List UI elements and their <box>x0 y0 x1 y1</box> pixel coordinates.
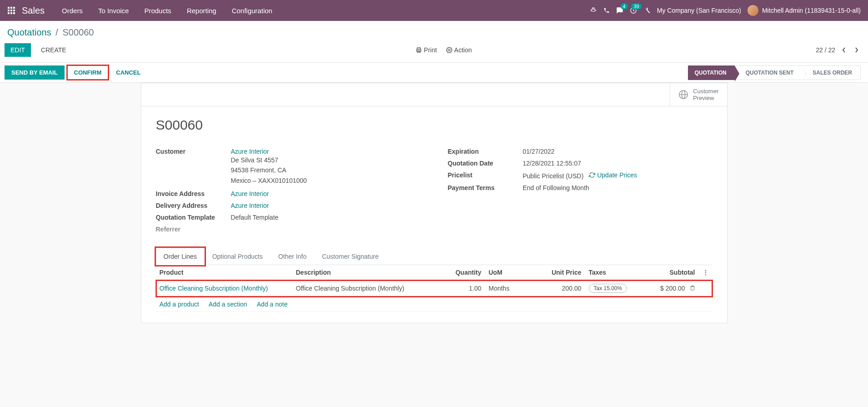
status-step-quotation-sent[interactable]: QUOTATION SENT <box>735 65 802 80</box>
print-button[interactable]: Print <box>416 46 437 54</box>
svg-rect-5 <box>13 10 15 11</box>
tab-customer-signature[interactable]: Customer Signature <box>314 248 386 265</box>
menu-configuration[interactable]: Configuration <box>226 4 279 17</box>
breadcrumb-parent[interactable]: Quotations <box>7 27 51 37</box>
status-step-quotation[interactable]: QUOTATION <box>688 65 735 80</box>
left-column: Customer Azure Interior De Silva St 4557… <box>156 146 421 235</box>
print-icon <box>416 47 422 53</box>
avatar-icon <box>748 5 758 16</box>
send-email-button[interactable]: SEND BY EMAIL <box>5 65 65 80</box>
app-brand[interactable]: Sales <box>22 5 45 16</box>
col-taxes: Taxes <box>585 265 644 280</box>
svg-rect-0 <box>8 7 10 9</box>
delivery-address-label: Delivery Address <box>156 202 231 209</box>
menu-reporting[interactable]: Reporting <box>181 4 223 17</box>
order-lines-table: Product Description Quantity UoM Unit Pr… <box>156 265 712 312</box>
bug-icon[interactable] <box>590 7 597 14</box>
col-uom: UoM <box>485 265 535 280</box>
invoice-address-label: Invoice Address <box>156 190 231 197</box>
status-step-sales-order[interactable]: SALES ORDER <box>802 65 861 80</box>
pricelist-label: Pricelist <box>448 171 523 179</box>
line-uom: Months <box>485 280 535 297</box>
company-switcher[interactable]: My Company (San Francisco) <box>657 7 741 14</box>
svg-point-13 <box>448 49 450 51</box>
status-steps: QUOTATION QUOTATION SENT SALES ORDER <box>688 65 861 80</box>
line-tax-chip: Tax 15.00% <box>589 284 627 293</box>
edit-button[interactable]: EDIT <box>5 43 31 57</box>
order-line-row[interactable]: Office Cleaning Subscription (Monthly) O… <box>156 280 712 297</box>
invoice-address-link[interactable]: Azure Interior <box>231 190 269 197</box>
phone-icon[interactable] <box>603 7 610 14</box>
svg-rect-8 <box>13 12 15 14</box>
menu-orders[interactable]: Orders <box>55 4 89 17</box>
quotation-date-value: 12/28/2021 12:55:07 <box>523 160 581 167</box>
pager: 22 / 22 <box>816 45 861 55</box>
col-subtotal: Subtotal <box>644 265 699 280</box>
activities-badge: 39 <box>631 3 641 10</box>
breadcrumb-current: S00060 <box>62 27 94 37</box>
customer-preview-label: Customer Preview <box>693 88 718 101</box>
messages-icon[interactable]: 4 <box>616 7 623 14</box>
update-prices-button[interactable]: Update Prices <box>589 171 637 179</box>
line-subtotal: $ 200.00 <box>660 285 685 292</box>
create-button[interactable]: CREATE <box>35 44 72 56</box>
globe-icon <box>678 90 688 100</box>
customer-preview-button[interactable]: Customer Preview <box>670 83 727 106</box>
form-sheet: Customer Preview S00060 Customer Azure I… <box>141 83 728 323</box>
svg-rect-1 <box>10 7 12 9</box>
add-section-link[interactable]: Add a section <box>209 301 247 308</box>
svg-rect-7 <box>10 12 12 14</box>
col-kebab[interactable]: ⋮ <box>699 265 712 280</box>
activities-icon[interactable]: 39 <box>630 7 637 14</box>
add-product-link[interactable]: Add a product <box>160 301 199 308</box>
action-button[interactable]: Action <box>446 46 472 54</box>
messages-badge: 4 <box>621 3 628 10</box>
tab-optional-products[interactable]: Optional Products <box>205 248 271 265</box>
confirm-button[interactable]: CONFIRM <box>66 65 110 80</box>
menu-to-invoice[interactable]: To Invoice <box>92 4 135 17</box>
cancel-button[interactable]: CANCEL <box>109 65 147 80</box>
trash-icon[interactable] <box>690 285 695 292</box>
quotation-template-label: Quotation Template <box>156 214 231 221</box>
apps-icon[interactable] <box>4 7 19 14</box>
customer-label: Customer <box>156 148 231 155</box>
add-note-link[interactable]: Add a note <box>257 301 288 308</box>
control-bar: Quotations / S00060 EDIT CREATE Print Ac… <box>0 21 868 63</box>
pager-prev-icon[interactable] <box>840 45 848 55</box>
breadcrumb-separator: / <box>55 27 58 37</box>
menu-products[interactable]: Products <box>138 4 177 17</box>
customer-addr1: De Silva St 4557 <box>231 155 307 165</box>
customer-addr2: 94538 Fremont, CA <box>231 165 307 175</box>
breadcrumb: Quotations / S00060 <box>0 21 868 41</box>
systray: 4 39 My Company (San Francisco) Mitchell… <box>590 5 864 16</box>
referrer-label: Referrer <box>156 226 231 233</box>
pager-text[interactable]: 22 / 22 <box>816 46 835 54</box>
refresh-icon <box>589 172 595 178</box>
user-name-label: Mitchell Admin (11839431-15-0-all) <box>762 7 861 14</box>
col-unit-price: Unit Price <box>535 265 585 280</box>
right-column: Expiration 01/27/2022 Quotation Date 12/… <box>448 146 712 235</box>
delivery-address-link[interactable]: Azure Interior <box>231 202 269 209</box>
svg-rect-6 <box>8 12 10 14</box>
col-quantity: Quantity <box>435 265 485 280</box>
pager-next-icon[interactable] <box>853 45 861 55</box>
user-menu[interactable]: Mitchell Admin (11839431-15-0-all) <box>748 5 861 16</box>
main-menu: Orders To Invoice Products Reporting Con… <box>55 4 279 17</box>
svg-rect-2 <box>13 7 15 9</box>
update-prices-label: Update Prices <box>597 171 637 179</box>
action-label: Action <box>454 46 472 54</box>
payment-terms-label: Payment Terms <box>448 184 523 191</box>
top-navbar: Sales Orders To Invoice Products Reporti… <box>0 0 868 21</box>
col-product: Product <box>156 265 292 280</box>
expiration-value: 01/27/2022 <box>523 148 555 155</box>
quotation-template-value: Default Template <box>231 214 279 221</box>
tools-icon[interactable] <box>643 7 651 14</box>
tab-order-lines[interactable]: Order Lines <box>156 248 205 265</box>
pricelist-value: Public Pricelist (USD) <box>523 172 584 180</box>
line-unit-price: 200.00 <box>535 280 585 297</box>
record-title: S00060 <box>156 117 712 133</box>
payment-terms-value: End of Following Month <box>523 184 589 191</box>
customer-link[interactable]: Azure Interior <box>231 148 269 155</box>
tab-other-info[interactable]: Other Info <box>271 248 314 265</box>
line-product-link[interactable]: Office Cleaning Subscription (Monthly) <box>160 285 268 292</box>
